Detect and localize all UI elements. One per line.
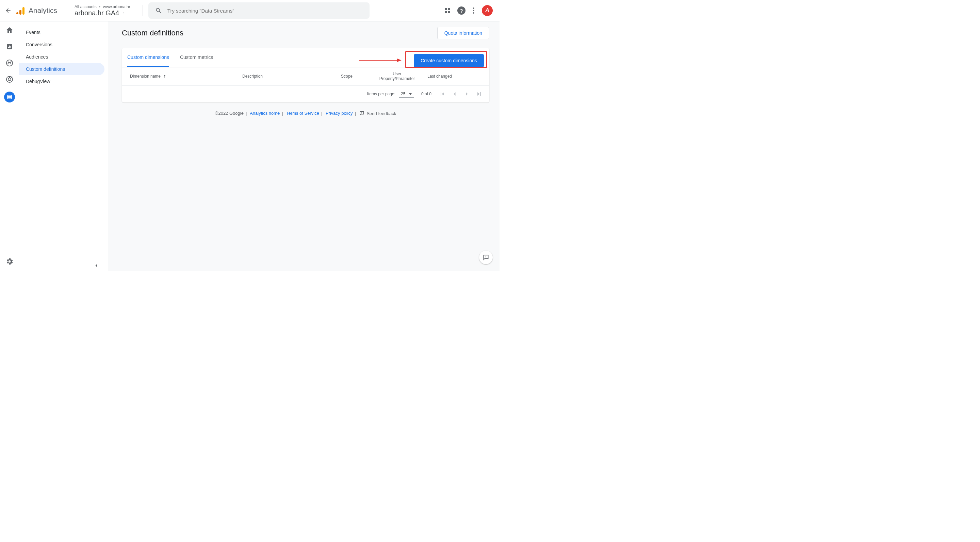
separator xyxy=(143,5,143,16)
sort-asc-icon xyxy=(163,74,167,78)
first-page-icon[interactable] xyxy=(439,91,446,97)
items-per-page: Items per page: 25 xyxy=(367,91,414,98)
svg-point-6 xyxy=(8,78,11,81)
tab-custom-dimensions[interactable]: Custom dimensions xyxy=(127,54,169,67)
advertising-icon[interactable] xyxy=(5,75,14,83)
svg-rect-7 xyxy=(8,95,11,99)
explore-icon[interactable] xyxy=(5,59,14,67)
svg-point-13 xyxy=(362,114,362,114)
home-icon[interactable] xyxy=(5,26,14,34)
svg-rect-1 xyxy=(8,47,8,48)
chevron-right-icon xyxy=(98,5,102,8)
analytics-logo[interactable]: Analytics xyxy=(16,6,57,14)
items-per-page-select[interactable]: 25 xyxy=(399,91,414,98)
gear-icon[interactable] xyxy=(5,257,14,266)
collapse-sidebar-icon[interactable] xyxy=(93,262,100,269)
footer-copyright: ©2022 Google xyxy=(215,111,243,116)
sidebar-item-label: Audiences xyxy=(26,54,48,60)
next-page-icon[interactable] xyxy=(463,91,470,97)
caret-down-icon xyxy=(122,11,125,14)
footer: ©2022 Google| Analytics home| Terms of S… xyxy=(122,102,489,124)
breadcrumb-root: All accounts xyxy=(75,5,97,9)
definitions-card: Custom dimensions Custom metrics Create … xyxy=(122,48,489,102)
feedback-icon xyxy=(359,111,364,116)
tab-custom-metrics[interactable]: Custom metrics xyxy=(180,54,213,67)
page-title: Custom definitions xyxy=(122,29,183,37)
paginator: Items per page: 25 0 of 0 xyxy=(122,86,489,102)
col-last-changed[interactable]: Last changed xyxy=(419,72,460,81)
content-area: Custom definitions Quota information Cus… xyxy=(108,21,500,271)
table-header-row: Dimension name Description Scope User Pr… xyxy=(122,67,489,86)
footer-privacy-link[interactable]: Privacy policy xyxy=(326,111,353,116)
tabs: Custom dimensions Custom metrics xyxy=(127,54,213,67)
paginator-range: 0 of 0 xyxy=(421,92,431,96)
sidebar-item-conversions[interactable]: Conversions xyxy=(19,38,105,51)
col-description[interactable]: Description xyxy=(242,72,341,81)
sidebar-item-audiences[interactable]: Audiences xyxy=(19,51,105,63)
sidebar-item-label: Conversions xyxy=(26,42,52,47)
top-right-actions: ? A xyxy=(445,5,493,16)
col-scope[interactable]: Scope xyxy=(341,72,375,81)
app-name: Analytics xyxy=(29,6,57,14)
property-name: arbona.hr GA4 xyxy=(75,9,119,17)
help-icon[interactable]: ? xyxy=(457,6,466,14)
annotation-arrow-icon xyxy=(359,58,401,62)
svg-marker-11 xyxy=(397,59,401,62)
apps-icon[interactable] xyxy=(445,8,450,13)
svg-rect-3 xyxy=(10,46,11,48)
back-arrow-icon[interactable] xyxy=(4,6,12,14)
feedback-icon xyxy=(482,254,489,261)
sidebar-item-custom-definitions[interactable]: Custom definitions xyxy=(19,63,105,75)
search-input[interactable] xyxy=(167,8,363,14)
col-dimension-name[interactable]: Dimension name xyxy=(130,72,242,81)
breadcrumb-current: www.arbona.hr xyxy=(103,5,130,9)
svg-point-15 xyxy=(485,257,486,258)
property-selector[interactable]: All accounts www.arbona.hr arbona.hr GA4 xyxy=(75,5,130,17)
search-icon xyxy=(155,7,162,14)
sidebar-item-debugview[interactable]: DebugView xyxy=(19,75,105,88)
nav-rail xyxy=(0,21,19,271)
breadcrumb: All accounts www.arbona.hr xyxy=(75,5,130,9)
sidebar-item-label: DebugView xyxy=(26,79,50,84)
separator xyxy=(69,5,69,16)
quota-information-button[interactable]: Quota information xyxy=(437,27,489,39)
col-user-property[interactable]: User Property/Parameter xyxy=(375,72,419,81)
more-icon[interactable] xyxy=(473,8,474,14)
top-bar: Analytics All accounts www.arbona.hr arb… xyxy=(0,0,500,21)
reports-icon[interactable] xyxy=(5,43,14,51)
sidebar-item-label: Events xyxy=(26,30,40,35)
feedback-fab[interactable] xyxy=(479,250,493,264)
footer-terms-link[interactable]: Terms of Service xyxy=(286,111,319,116)
sidebar: Events Conversions Audiences Custom defi… xyxy=(19,21,108,271)
sidebar-item-events[interactable]: Events xyxy=(19,26,105,38)
footer-analytics-home-link[interactable]: Analytics home xyxy=(250,111,280,116)
avatar[interactable]: A xyxy=(482,5,493,16)
sidebar-item-label: Custom definitions xyxy=(26,66,65,72)
analytics-icon xyxy=(16,6,24,14)
card-header: Custom dimensions Custom metrics Create … xyxy=(122,48,489,67)
create-custom-dimensions-button[interactable]: Create custom dimensions xyxy=(414,54,484,67)
last-page-icon[interactable] xyxy=(476,91,482,97)
send-feedback-link[interactable]: Send feedback xyxy=(359,111,396,116)
svg-rect-2 xyxy=(9,46,10,48)
main-layout: Events Conversions Audiences Custom defi… xyxy=(0,21,500,271)
prev-page-icon[interactable] xyxy=(451,91,458,97)
configure-icon[interactable] xyxy=(4,92,15,102)
sidebar-divider xyxy=(42,258,103,258)
page-header: Custom definitions Quota information xyxy=(122,27,489,39)
search-box[interactable] xyxy=(148,2,369,19)
